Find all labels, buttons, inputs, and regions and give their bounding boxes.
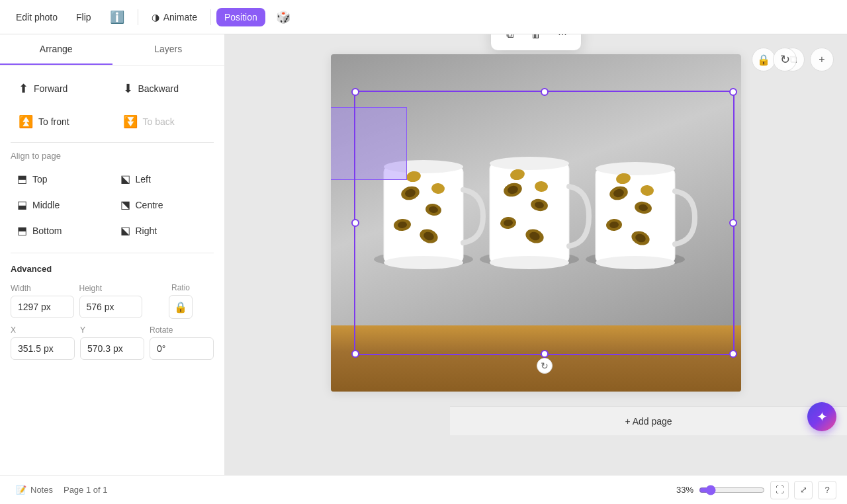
align-left-button[interactable]: ⬕ Left — [114, 167, 214, 190]
to-back-button[interactable]: ⏬ To back — [115, 109, 214, 134]
rotate-label: Rotate — [150, 325, 214, 335]
align-top-icon: ⬒ — [17, 173, 27, 185]
to-back-icon: ⏬ — [123, 114, 138, 129]
toolbar-separator-1 — [138, 9, 138, 25]
ratio-lock-icon[interactable]: 🔒 — [169, 295, 193, 319]
align-right-icon: ⬕ — [120, 224, 130, 237]
handle-mr[interactable] — [729, 219, 737, 227]
svg-rect-15 — [490, 163, 569, 263]
toolbar-separator-2 — [210, 9, 211, 25]
svg-point-31 — [596, 256, 675, 269]
width-height-row: Width Height Ratio 🔒 — [11, 283, 214, 319]
tab-arrange[interactable]: Arrange — [0, 34, 112, 65]
main-content: Arrange Layers ⬆ Forward ⬇ Backward ⏫ To… — [0, 34, 847, 475]
width-input[interactable] — [11, 296, 74, 318]
fullscreen-button[interactable]: ⛶ — [770, 481, 789, 499]
ratio-group: Ratio 🔒 — [148, 283, 214, 319]
svg-point-16 — [490, 157, 569, 170]
panel-content: ⬆ Forward ⬇ Backward ⏫ To front ⏬ To bac… — [0, 65, 224, 475]
top-toolbar: Edit photo Flip ℹ️ ◑ Animate Position 🎲 — [0, 0, 847, 34]
animate-button[interactable]: ◑ Animate — [144, 8, 205, 26]
align-middle-button[interactable]: ⬓ Middle — [11, 193, 111, 216]
align-bottom-icon: ⬒ — [17, 224, 27, 237]
svg-rect-29 — [596, 169, 675, 263]
xy-rotate-row: X Y Rotate — [11, 325, 214, 360]
notes-button[interactable]: 📝 Notes — [11, 482, 58, 497]
align-centre-icon: ⬔ — [120, 198, 130, 211]
handle-tr[interactable] — [729, 88, 737, 96]
y-group: Y — [80, 325, 144, 360]
notes-icon: 📝 — [16, 485, 26, 495]
svg-point-3 — [384, 256, 463, 269]
y-label: Y — [80, 325, 144, 335]
x-input[interactable] — [11, 337, 75, 360]
align-top-button[interactable]: ⬒ Top — [11, 167, 111, 190]
info-button[interactable]: ℹ️ — [102, 6, 132, 28]
align-right-button[interactable]: ⬕ Right — [114, 219, 214, 242]
align-grid: ⬒ Top ⬕ Left ⬓ Middle ⬔ Centre ⬒ Botto — [11, 167, 214, 242]
height-input[interactable] — [79, 296, 143, 318]
divider-2 — [11, 253, 214, 253]
page-info: Page 1 of 1 — [64, 485, 108, 495]
position-button[interactable]: Position — [216, 8, 265, 26]
ft-more-button[interactable]: ··· — [551, 34, 574, 46]
rotate-input[interactable] — [150, 337, 214, 360]
edit-photo-button[interactable]: Edit photo — [8, 8, 66, 26]
canvas-area: 🔒 ⧉ + ↻ ⧉ 🗑 ··· — [225, 34, 847, 475]
zoom-slider[interactable] — [699, 485, 765, 495]
height-group: Height — [79, 284, 143, 318]
divider-1 — [11, 142, 214, 143]
forward-button[interactable]: ⬆ Forward — [11, 76, 110, 101]
layer-order-row-2: ⏫ To front ⏬ To back — [11, 109, 214, 134]
align-section-label: Align to page — [11, 151, 214, 161]
layer-order-row-1: ⬆ Forward ⬇ Backward — [11, 76, 214, 101]
rotate-group: Rotate — [150, 325, 214, 360]
backward-button[interactable]: ⬇ Backward — [115, 76, 214, 101]
to-front-button[interactable]: ⏫ To front — [11, 109, 110, 134]
wooden-surface — [331, 325, 741, 392]
height-label: Height — [79, 284, 143, 293]
panel-tabs: Arrange Layers — [0, 34, 224, 65]
x-label: X — [11, 325, 75, 335]
align-left-icon: ⬕ — [120, 173, 130, 185]
floating-toolbar: ⧉ 🗑 ··· — [491, 34, 581, 50]
ft-delete-button[interactable]: 🗑 — [524, 34, 548, 46]
svg-point-17 — [490, 256, 569, 269]
ft-copy-button[interactable]: ⧉ — [498, 34, 521, 46]
add-page-icon-button[interactable]: + — [810, 48, 834, 71]
tab-layers[interactable]: Layers — [112, 34, 225, 65]
svg-rect-1 — [384, 167, 463, 263]
x-group: X — [11, 325, 75, 360]
design-background: ↻ — [331, 54, 741, 392]
mugs-illustration — [331, 61, 728, 312]
help-button[interactable]: ? — [818, 481, 836, 499]
width-label: Width — [11, 284, 74, 293]
advanced-section-label: Advanced — [11, 264, 214, 274]
expand-button[interactable]: ⤢ — [794, 481, 813, 499]
lock-button[interactable]: 🔒 — [752, 48, 776, 71]
y-input[interactable] — [80, 337, 144, 360]
zoom-level: 33% — [676, 485, 693, 495]
left-panel: Arrange Layers ⬆ Forward ⬇ Backward ⏫ To… — [0, 34, 225, 475]
ratio-label: Ratio — [171, 283, 190, 292]
status-right: 33% ⛶ ⤢ ? — [676, 481, 836, 499]
align-bottom-button[interactable]: ⬒ Bottom — [11, 219, 111, 242]
backward-icon: ⬇ — [123, 81, 133, 96]
align-centre-button[interactable]: ⬔ Centre — [114, 193, 214, 216]
width-group: Width — [11, 284, 74, 318]
purple-overlay-rect — [331, 107, 407, 180]
to-front-icon: ⏫ — [19, 114, 33, 129]
add-page-button[interactable]: + Add page — [611, 411, 685, 432]
align-middle-icon: ⬓ — [17, 198, 27, 211]
svg-point-30 — [596, 162, 675, 175]
flip-button[interactable]: Flip — [68, 8, 99, 26]
animate-icon: ◑ — [152, 12, 159, 22]
canva-ai-button[interactable]: ✦ — [807, 402, 836, 431]
status-bar: 📝 Notes Page 1 of 1 33% ⛶ ⤢ ? — [0, 475, 847, 504]
redo-button[interactable]: ↻ — [773, 48, 797, 71]
add-page-bar: + Add page — [450, 406, 847, 435]
status-left: 📝 Notes Page 1 of 1 — [11, 482, 107, 497]
checkerboard-button[interactable]: 🎲 — [268, 6, 298, 28]
forward-icon: ⬆ — [19, 81, 28, 96]
canvas-wrapper: ⧉ 🗑 ··· — [331, 54, 741, 392]
